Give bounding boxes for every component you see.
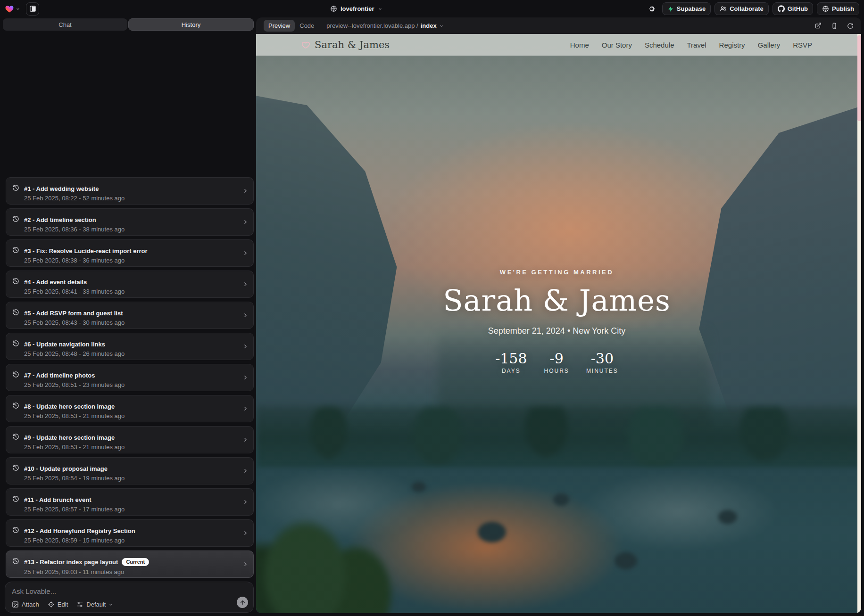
countdown-label: MINUTES [586, 368, 618, 374]
tab-chat[interactable]: Chat [3, 18, 127, 31]
github-button[interactable]: GitHub [773, 2, 813, 15]
publish-button[interactable]: Publish [817, 2, 859, 15]
history-item[interactable]: #9 - Update hero section image 25 Feb 20… [6, 426, 254, 453]
countdown: -158DAYS-9HOURS-30MINUTES [256, 350, 857, 374]
countdown-value: -158 [495, 350, 527, 367]
history-item[interactable]: #6 - Update navigation links 25 Feb 2025… [6, 333, 254, 360]
edit-button[interactable]: Edit [48, 601, 68, 608]
history-item-title: #2 - Add timeline section [24, 216, 96, 223]
history-item[interactable]: #3 - Fix: Resolve Lucide-react import er… [6, 239, 254, 267]
history-icon [12, 309, 19, 316]
chevron-right-icon[interactable] [242, 250, 249, 256]
history-item-title: #7 - Add timeline photos [24, 372, 95, 379]
supabase-bolt-icon [667, 6, 674, 12]
lovable-logo-menu[interactable] [5, 4, 20, 14]
attach-label: Attach [22, 601, 39, 608]
site-nav-link[interactable]: Schedule [645, 41, 674, 49]
supabase-button[interactable]: Supabase [662, 2, 711, 15]
edit-label: Edit [58, 601, 68, 608]
refresh-button[interactable] [847, 23, 854, 29]
history-item-title: #6 - Update navigation links [24, 341, 105, 348]
hero-title: Sarah & James [256, 283, 857, 318]
hero-eyebrow: WE'RE GETTING MARRIED [256, 269, 857, 276]
github-icon [778, 5, 785, 12]
preview-toolbar: Preview Code preview--lovefrontier.lovab… [256, 17, 861, 34]
tab-code[interactable]: Code [295, 20, 319, 32]
history-item-title: #9 - Update hero section image [24, 434, 115, 441]
site-scrollbar-thumb[interactable] [857, 35, 861, 121]
history-item-timestamp: 25 Feb 2025, 08:38 - 36 minutes ago [24, 257, 148, 264]
ask-lovable-input[interactable] [12, 587, 199, 595]
site-logo-text: Sarah & James [315, 39, 390, 50]
chevron-right-icon[interactable] [242, 468, 249, 474]
project-name: lovefrontier [341, 5, 374, 12]
countdown-label: DAYS [502, 368, 521, 374]
settings-button[interactable] [645, 2, 658, 16]
history-item[interactable]: #13 - Refactor index page layout Current… [6, 550, 254, 578]
history-item[interactable]: #2 - Add timeline section 25 Feb 2025, 0… [6, 208, 254, 236]
countdown-column: -30MINUTES [586, 350, 618, 374]
site-scrollbar[interactable] [857, 34, 861, 613]
chevron-right-icon[interactable] [242, 281, 249, 287]
project-switcher[interactable]: lovefrontier [330, 0, 382, 17]
tab-history[interactable]: History [128, 18, 254, 31]
countdown-column: -158DAYS [495, 350, 527, 374]
site-nav-link[interactable]: Travel [687, 41, 706, 49]
history-item-timestamp: 25 Feb 2025, 08:51 - 23 minutes ago [24, 381, 125, 388]
tab-preview[interactable]: Preview [264, 20, 295, 32]
site-nav-link[interactable]: RSVP [793, 41, 812, 49]
site-nav-link[interactable]: Registry [719, 41, 745, 49]
history-item[interactable]: #4 - Add event details 25 Feb 2025, 08:4… [6, 271, 254, 298]
attach-button[interactable]: Attach [12, 601, 39, 608]
history-item-title: #10 - Update proposal image [24, 465, 108, 472]
app-topbar: lovefrontier Supabase Collaborate [0, 0, 864, 17]
chevron-right-icon[interactable] [242, 437, 249, 443]
history-item-title: #4 - Add event details [24, 279, 87, 286]
history-item[interactable]: #8 - Update hero section image 25 Feb 20… [6, 395, 254, 422]
history-item[interactable]: #7 - Add timeline photos 25 Feb 2025, 08… [6, 364, 254, 391]
history-item[interactable]: #12 - Add Honeyfund Registry Section 25 … [6, 519, 254, 547]
history-icon [12, 371, 19, 378]
chevron-right-icon[interactable] [242, 344, 249, 350]
history-list: #1 - Add wedding website 25 Feb 2025, 08… [3, 31, 254, 578]
chevron-right-icon[interactable] [242, 561, 249, 567]
collaborate-button[interactable]: Collaborate [714, 2, 769, 15]
history-item[interactable]: #5 - Add RSVP form and guest list 25 Feb… [6, 302, 254, 329]
chevron-right-icon[interactable] [242, 375, 249, 381]
send-button[interactable] [237, 597, 248, 608]
site-nav-link[interactable]: Home [570, 41, 589, 49]
chevron-right-icon[interactable] [242, 530, 249, 536]
heart-outline-icon [301, 41, 310, 49]
chevron-right-icon[interactable] [242, 406, 249, 412]
history-item[interactable]: #11 - Add brunch event 25 Feb 2025, 08:5… [6, 488, 254, 516]
sidebar-toggle-button[interactable] [26, 2, 39, 16]
history-item-timestamp: 25 Feb 2025, 08:57 - 17 minutes ago [24, 506, 125, 513]
site-nav-link[interactable]: Our Story [602, 41, 632, 49]
chevron-right-icon[interactable] [242, 312, 249, 319]
history-item-timestamp: 25 Feb 2025, 08:59 - 15 minutes ago [24, 537, 135, 544]
history-icon [12, 495, 19, 502]
countdown-label: HOURS [544, 368, 569, 374]
target-icon [48, 601, 55, 608]
history-icon [12, 278, 19, 285]
mode-selector[interactable]: Default [76, 601, 113, 608]
globe-icon [330, 5, 337, 12]
history-item[interactable]: #1 - Add wedding website 25 Feb 2025, 08… [6, 177, 254, 205]
history-item[interactable]: #10 - Update proposal image 25 Feb 2025,… [6, 457, 254, 485]
lovable-heart-icon [5, 4, 14, 14]
site-nav-link[interactable]: Gallery [758, 41, 781, 49]
open-external-button[interactable] [814, 22, 822, 29]
site-viewport: Sarah & James HomeOur StoryScheduleTrave… [256, 34, 861, 613]
history-item-timestamp: 25 Feb 2025, 08:53 - 21 minutes ago [24, 412, 125, 419]
chevron-right-icon[interactable] [242, 188, 249, 194]
arrow-up-icon [240, 600, 246, 606]
hero-subtitle: September 21, 2024 • New York City [256, 326, 857, 336]
mobile-view-button[interactable] [831, 23, 838, 29]
chat-composer: Attach Edit Default [5, 582, 254, 613]
history-item-timestamp: 25 Feb 2025, 08:41 - 33 minutes ago [24, 288, 125, 295]
chevron-right-icon[interactable] [242, 499, 249, 505]
chevron-right-icon[interactable] [242, 219, 249, 225]
preview-url[interactable]: preview--lovefrontier.lovable.app / inde… [326, 22, 443, 29]
preview-panel: Preview Code preview--lovefrontier.lovab… [256, 17, 861, 613]
site-logo[interactable]: Sarah & James [301, 39, 390, 50]
